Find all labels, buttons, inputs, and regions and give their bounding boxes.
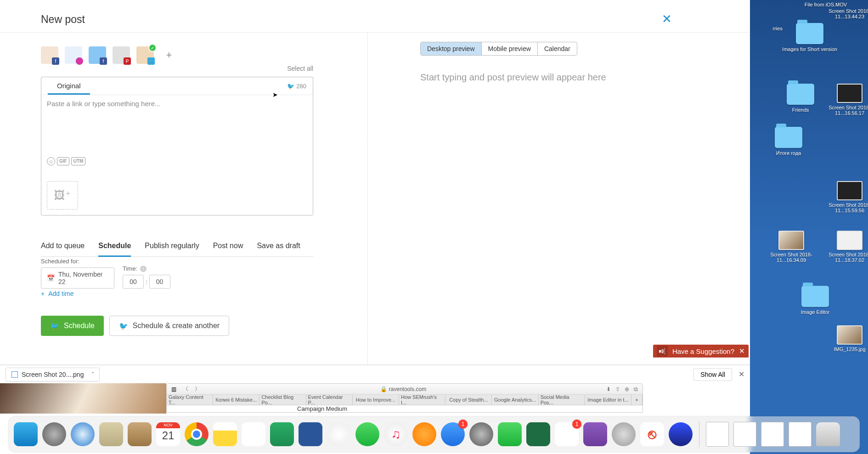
safari-tab[interactable]: Copy of Stealth... <box>445 395 492 405</box>
account-twitter[interactable]: ✓ 🐦 <box>136 46 154 64</box>
dock-app-finder[interactable] <box>14 422 38 446</box>
megaphone-icon: 🕬 <box>657 346 668 357</box>
tab-add-queue[interactable]: Add to queue <box>41 236 85 256</box>
safari-tab[interactable]: Копия 6 Mistake... <box>213 395 259 405</box>
share-icon[interactable]: ⇪ <box>615 386 620 392</box>
tab-desktop-preview[interactable]: Desktop preview <box>421 42 481 55</box>
safari-tab[interactable]: Galaxy Content T... <box>167 395 213 405</box>
dock-app-office[interactable]: ⎋ <box>640 422 664 446</box>
dock-app-teams[interactable] <box>669 422 693 446</box>
account-instagram[interactable] <box>65 46 82 64</box>
desktop-file-ios[interactable]: File from iOS.MOV <box>798 2 853 7</box>
add-media-button[interactable]: 🖼⁺ <box>47 181 78 210</box>
download-bar: Screen Shot 20....png Show All ✕ <box>0 365 750 383</box>
safari-tab[interactable]: Google Analytics... <box>492 395 538 405</box>
newtab-icon[interactable]: ⊕ <box>625 386 629 392</box>
facebook-icon: f <box>100 57 107 65</box>
dock-app-excel[interactable] <box>526 422 550 446</box>
tab-publish-regular[interactable]: Publish regularly <box>145 236 199 256</box>
new-tab-button[interactable]: + <box>631 395 643 405</box>
dock-app-ibooks[interactable] <box>412 422 436 446</box>
emoji-icon[interactable]: ☺ <box>47 157 55 165</box>
dock-app-facetime[interactable] <box>498 422 522 446</box>
suggestion-bar[interactable]: 🕬 Have a Suggestion? ✕ <box>653 345 749 358</box>
close-icon[interactable]: ✕ <box>738 370 744 379</box>
dock-app-onenote[interactable] <box>583 422 607 446</box>
sidebar-icon[interactable]: ▥ <box>171 386 176 392</box>
close-icon[interactable]: ✕ <box>739 347 745 355</box>
select-all-link[interactable]: Select all <box>287 65 313 72</box>
dock-app-appstore[interactable]: 1 <box>441 422 465 446</box>
dock-app-contacts[interactable] <box>128 422 152 446</box>
dock-app-chrome[interactable] <box>185 422 209 446</box>
address-bar[interactable]: 🔒 raventools.com <box>200 386 606 392</box>
utm-button[interactable]: UTM <box>71 157 86 165</box>
schedule-another-button[interactable]: 🐦 Schedule & create another <box>109 316 229 336</box>
time-hour-input[interactable]: 00 <box>123 275 144 289</box>
dock-doc-thumb[interactable] <box>733 422 756 447</box>
tab-schedule[interactable]: Schedule <box>98 236 131 257</box>
tabs-icon[interactable]: ⧉ <box>634 386 638 392</box>
desktop-ss-1344[interactable]: Screen Shot 2018-11...13.44.23 <box>824 8 868 19</box>
desktop-folder-itogi[interactable]: Итоги года <box>761 127 816 156</box>
dock-doc-thumb[interactable] <box>789 422 812 447</box>
composer-input[interactable]: Paste a link or type something here... <box>41 95 313 149</box>
dock-doc-thumb[interactable] <box>706 422 729 447</box>
dock-app-settings[interactable] <box>469 422 493 446</box>
show-all-button[interactable]: Show All <box>693 368 732 381</box>
dock-trash[interactable] <box>816 422 840 446</box>
dock-app-safari[interactable] <box>71 422 95 446</box>
dock-app-reminders[interactable] <box>242 422 265 446</box>
dock-app-calendar[interactable]: NOV 21 <box>156 422 180 446</box>
safari-tab[interactable]: Checklist Blog Po... <box>259 395 306 405</box>
time-separator: : <box>144 278 149 285</box>
twitter-icon: 🐦 <box>119 322 128 330</box>
safari-tab[interactable]: Social Media Pos... <box>539 395 585 405</box>
dock-app-word[interactable] <box>299 422 322 446</box>
dock-doc-thumb[interactable] <box>761 422 784 447</box>
safari-tab[interactable]: How to Improve... <box>353 395 399 405</box>
dock-app-mail[interactable] <box>99 422 123 446</box>
dock-app-slack[interactable]: 1 <box>555 422 579 446</box>
desktop-folder-friends[interactable]: Friends <box>773 84 828 113</box>
folder-icon <box>796 23 823 44</box>
safari-tab[interactable]: Event Calendar P... <box>306 395 353 405</box>
tab-mobile-preview[interactable]: Mobile preview <box>481 42 537 55</box>
account-pinterest[interactable]: P <box>113 46 130 64</box>
desktop-img-1235[interactable]: IMG_1235.jpg <box>824 325 868 352</box>
account-stumble[interactable]: f <box>89 46 106 64</box>
desktop-ss-1559[interactable]: Screen Shot 2018-11...15.59.56 <box>824 181 868 213</box>
forward-icon[interactable]: 〉 <box>195 385 200 393</box>
back-icon[interactable]: 〈 <box>183 385 188 393</box>
download-icon[interactable]: ⬇︎ <box>606 386 611 392</box>
tab-save-draft[interactable]: Save as draft <box>257 236 300 256</box>
desktop-folder-image-editor[interactable]: Image Editor <box>788 286 843 315</box>
time-minute-input[interactable]: 00 <box>149 275 170 289</box>
close-icon[interactable]: ✕ <box>662 13 672 25</box>
tab-calendar[interactable]: Calendar <box>537 42 577 55</box>
badge: 1 <box>458 420 468 429</box>
desktop-ss-1656[interactable]: Screen Shot 2018-11...16.56.17 <box>824 84 868 116</box>
safari-tab[interactable]: How SEMrush's I... <box>399 395 445 405</box>
info-icon[interactable]: i <box>140 266 147 272</box>
dock-app-itunes[interactable]: ♫ <box>384 422 408 446</box>
add-time-link[interactable]: + Add time <box>41 290 73 297</box>
dock-app-photos[interactable] <box>327 422 351 446</box>
dock-app-launchpad[interactable] <box>42 422 66 446</box>
dock-app-messages[interactable] <box>355 422 379 446</box>
tab-post-now[interactable]: Post now <box>213 236 243 256</box>
scheduled-date-input[interactable]: 📅 Thu, November 22 <box>41 267 114 289</box>
add-account-button[interactable]: + <box>163 49 175 61</box>
download-chip[interactable]: Screen Shot 20....png <box>6 368 100 381</box>
safari-tab[interactable]: Image Editor in t... <box>585 395 631 405</box>
dock-app-downloads[interactable] <box>612 422 636 446</box>
desktop-ss-1837[interactable]: Screen Shot 2018-11...18.37.02 <box>824 231 868 263</box>
desktop-folder-images-short[interactable]: Images for Short version <box>782 23 837 52</box>
account-facebook[interactable]: f <box>41 46 58 64</box>
dock-app-notes[interactable] <box>213 422 237 446</box>
composer-tab-original[interactable]: Original <box>48 77 90 95</box>
dock-app-sheets[interactable] <box>270 422 294 446</box>
desktop-ss-1634[interactable]: Screen Shot 2018-11...16.34.09 <box>764 231 819 263</box>
schedule-button[interactable]: 🐦 Schedule <box>41 316 104 336</box>
gif-button[interactable]: GIF <box>57 157 69 165</box>
